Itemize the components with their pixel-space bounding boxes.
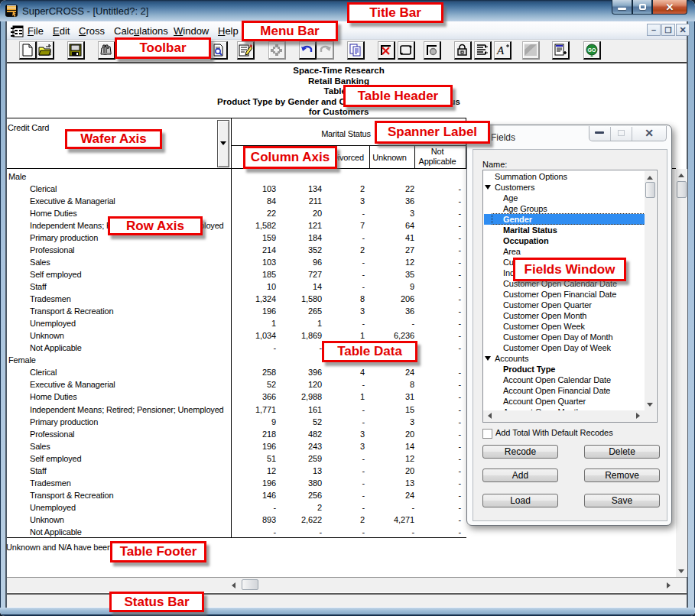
svg-text:GO: GO xyxy=(588,47,596,53)
svg-text:A: A xyxy=(496,44,505,57)
